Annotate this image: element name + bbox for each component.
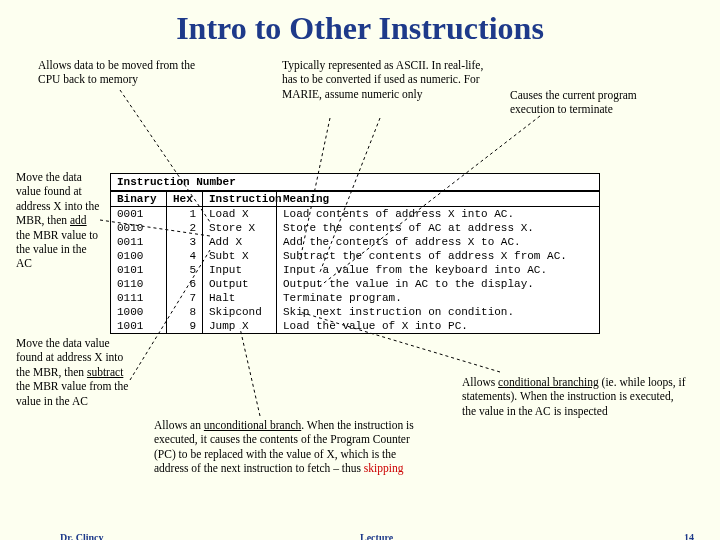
emph: add	[70, 214, 87, 226]
th-meaning: Meaning	[277, 192, 599, 206]
text: Allows	[462, 376, 498, 388]
cell-c2: 5	[167, 263, 203, 277]
emph: subtract	[87, 366, 123, 378]
table-row: 01106OutputOutput the value in AC to the…	[111, 277, 599, 291]
footer-author: Dr. Clincy	[60, 532, 104, 540]
cell-c3: Store X	[203, 221, 277, 235]
u: unconditional branch	[204, 419, 301, 431]
table-row: 00113Add XAdd the contents of address X …	[111, 235, 599, 249]
cell-c4: Subtract the contents of address X from …	[277, 249, 599, 263]
cell-c1: 1001	[111, 319, 167, 333]
table-row: 01015InputInput a value from the keyboar…	[111, 263, 599, 277]
th-hex: Hex	[167, 192, 203, 206]
text: the MBR value to the value in the AC	[16, 229, 98, 270]
instruction-table: Instruction Number Binary Hex Instructio…	[110, 173, 600, 334]
note-jump: Allows an unconditional branch. When the…	[154, 418, 414, 476]
note-halt: Causes the current program execution to …	[510, 88, 680, 117]
cell-c2: 6	[167, 277, 203, 291]
cell-c3: Skipcond	[203, 305, 277, 319]
cell-c1: 1000	[111, 305, 167, 319]
note-subt: Move the data value found at address X i…	[16, 336, 136, 408]
table-row: 01117HaltTerminate program.	[111, 291, 599, 305]
cell-c1: 0101	[111, 263, 167, 277]
cell-c2: 3	[167, 235, 203, 249]
footer-page: 14	[684, 532, 694, 540]
note-io: Typically represented as ASCII. In real-…	[282, 58, 484, 101]
cell-c3: Jump X	[203, 319, 277, 333]
cell-c4: Input a value from the keyboard into AC.	[277, 263, 599, 277]
cell-c3: Halt	[203, 291, 277, 305]
th-binary: Binary	[111, 192, 167, 206]
table-row: 00102Store XStore the contents of AC at …	[111, 221, 599, 235]
table-row: 00011Load XLoad contents of address X in…	[111, 207, 599, 221]
emph: skipping	[364, 462, 404, 474]
note-skipcond: Allows conditional branching (ie. while …	[462, 375, 690, 418]
note-add: Move the data value found at address X i…	[16, 170, 100, 271]
cell-c1: 0011	[111, 235, 167, 249]
cell-c2: 8	[167, 305, 203, 319]
u: conditional branching	[498, 376, 599, 388]
cell-c1: 0001	[111, 207, 167, 221]
cell-c4: Add the contents of address X to AC.	[277, 235, 599, 249]
cell-c3: Output	[203, 277, 277, 291]
cell-c2: 4	[167, 249, 203, 263]
note-store: Allows data to be moved from the CPU bac…	[38, 58, 214, 87]
cell-c3: Add X	[203, 235, 277, 249]
cell-c3: Subt X	[203, 249, 277, 263]
table-row: 10008SkipcondSkip next instruction on co…	[111, 305, 599, 319]
cell-c4: Load the value of X into PC.	[277, 319, 599, 333]
svg-line-6	[240, 328, 260, 416]
footer-center: Lecture	[360, 532, 393, 540]
cell-c2: 1	[167, 207, 203, 221]
cell-c1: 0100	[111, 249, 167, 263]
cell-c1: 0110	[111, 277, 167, 291]
cell-c4: Output the value in AC to the display.	[277, 277, 599, 291]
cell-c4: Skip next instruction on condition.	[277, 305, 599, 319]
cell-c1: 0010	[111, 221, 167, 235]
table-group-header: Instruction Number	[111, 174, 599, 191]
th-instruction: Instruction	[203, 192, 277, 206]
table-row: 01004Subt XSubtract the contents of addr…	[111, 249, 599, 263]
cell-c4: Terminate program.	[277, 291, 599, 305]
cell-c3: Input	[203, 263, 277, 277]
cell-c4: Load contents of address X into AC.	[277, 207, 599, 221]
cell-c4: Store the contents of AC at address X.	[277, 221, 599, 235]
cell-c2: 9	[167, 319, 203, 333]
text: Allows an	[154, 419, 204, 431]
slide-title: Intro to Other Instructions	[0, 0, 720, 53]
cell-c2: 7	[167, 291, 203, 305]
cell-c1: 0111	[111, 291, 167, 305]
cell-c2: 2	[167, 221, 203, 235]
text: the MBR value from the value in the AC	[16, 380, 128, 406]
table-row: 10019Jump XLoad the value of X into PC.	[111, 319, 599, 333]
table-header-row: Binary Hex Instruction Meaning	[111, 191, 599, 207]
cell-c3: Load X	[203, 207, 277, 221]
